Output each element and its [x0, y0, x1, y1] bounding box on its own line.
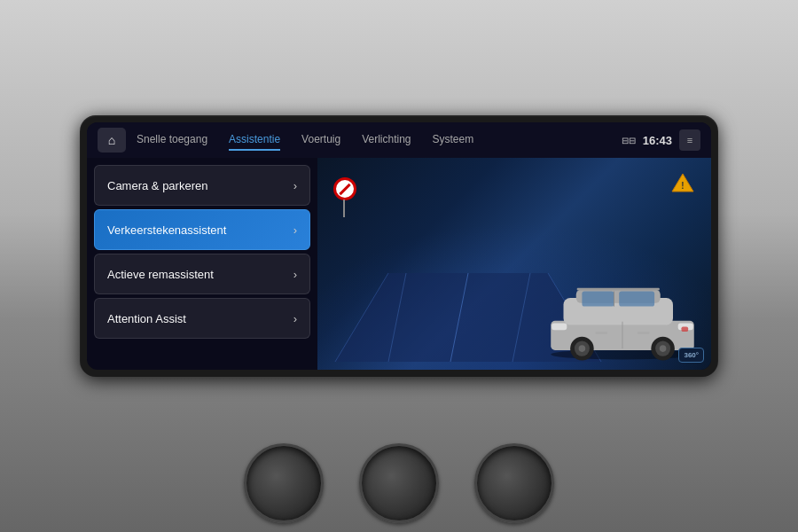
nav-tabs: Snelle toegang Assistentie Voertuig Verl… [137, 129, 622, 151]
vent-right [474, 443, 554, 523]
top-bar: ⌂ Snelle toegang Assistentie Voertuig Ve… [87, 122, 711, 158]
tab-voertuig[interactable]: Voertuig [301, 129, 340, 151]
tab-assistentie[interactable]: Assistentie [229, 129, 280, 151]
svg-point-23 [660, 345, 667, 352]
settings-icon: ≡ [687, 135, 692, 145]
status-area: ⊟⊟ 16:43 ≡ [622, 129, 700, 151]
screen-bezel: ⌂ Snelle toegang Assistentie Voertuig Ve… [80, 115, 718, 377]
left-panel: Camera & parkeren › Verkeerstekenassiste… [87, 158, 317, 370]
svg-rect-13 [619, 292, 654, 307]
icon-360: 360° [678, 348, 704, 363]
car-interior: ⌂ Snelle toegang Assistentie Voertuig Ve… [0, 0, 798, 532]
menu-item-label: Attention Assist [107, 312, 186, 325]
svg-text:!: ! [681, 181, 684, 191]
time-display: 16:43 [643, 134, 672, 147]
right-panel: ! [317, 158, 711, 370]
chevron-icon: › [293, 179, 297, 192]
svg-rect-17 [682, 326, 689, 332]
menu-item-label: Verkeerstekenassistent [107, 223, 226, 237]
svg-rect-27 [577, 288, 660, 291]
svg-rect-25 [596, 332, 607, 334]
menu-item-verkeerstekenassistent[interactable]: Verkeerstekenassistent › [94, 209, 310, 250]
sign-pole [343, 200, 345, 217]
home-button[interactable]: ⌂ [98, 128, 126, 153]
chevron-icon: › [293, 268, 297, 281]
svg-rect-12 [582, 292, 614, 307]
menu-item-actieve-remassistent[interactable]: Actieve remassistent › [94, 254, 310, 294]
menu-item-camera-parkeren[interactable]: Camera & parkeren › [94, 165, 310, 206]
menu-item-label: Actieve remassistent [107, 268, 214, 281]
menu-item-label: Camera & parkeren [107, 179, 207, 192]
menu-item-attention-assist[interactable]: Attention Assist › [94, 298, 310, 339]
chevron-icon: › [293, 312, 297, 325]
speed-sign [333, 177, 356, 200]
svg-point-20 [579, 345, 586, 352]
svg-rect-26 [638, 332, 649, 334]
svg-rect-15 [552, 324, 567, 331]
vent-center [359, 443, 439, 523]
tab-systeem[interactable]: Systeem [433, 129, 474, 151]
tab-verlichting[interactable]: Verlichting [362, 129, 411, 151]
chevron-icon: › [293, 223, 297, 237]
settings-button[interactable]: ≡ [679, 129, 700, 151]
vent-left [244, 443, 324, 523]
tab-snelle-toegang[interactable]: Snelle toegang [137, 129, 207, 151]
car-background: ! [317, 158, 711, 370]
connectivity-icon: ⊟⊟ [622, 136, 636, 145]
vents [0, 426, 798, 532]
warning-triangle: ! [670, 172, 695, 197]
screen: ⌂ Snelle toegang Assistentie Voertuig Ve… [87, 122, 711, 370]
main-content: Camera & parkeren › Verkeerstekenassiste… [87, 158, 711, 370]
